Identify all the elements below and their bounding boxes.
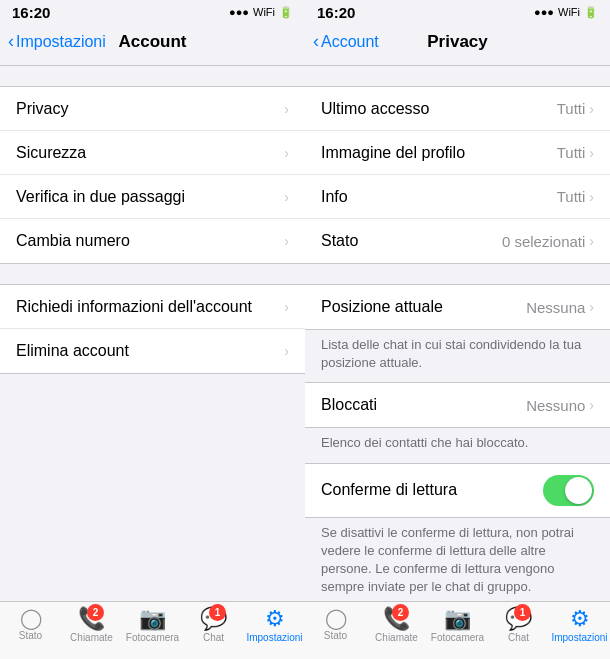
verifica-item[interactable]: Verifica in due passaggi › <box>0 175 305 219</box>
right-back-label: Account <box>321 33 379 51</box>
left-status-icons: ●●● WiFi 🔋 <box>229 6 293 19</box>
immagine-chevron-icon: › <box>589 145 594 161</box>
right-screen: 16:20 ●●● WiFi 🔋 ‹ Account Privacy Ultim… <box>305 0 610 601</box>
info-chevron-icon: › <box>589 189 594 205</box>
richiedi-chevron-icon: › <box>284 299 289 315</box>
posizione-value: Nessuna <box>526 299 585 316</box>
stato-right: 0 selezionati › <box>502 233 594 250</box>
left-back-button[interactable]: ‹ Impostazioni <box>8 33 106 51</box>
left-scroll-area: Privacy › Sicurezza › Verifica in due pa… <box>0 66 305 601</box>
stato-icon-left: ◯ <box>20 608 42 628</box>
left-section-2: Richiedi informazioni dell'account › Eli… <box>0 284 305 374</box>
tab-stato-label-right: Stato <box>324 630 347 641</box>
impostazioni-icon-left: ⚙ <box>265 608 285 630</box>
elimina-label: Elimina account <box>16 342 284 360</box>
tab-chat-label-left: Chat <box>203 632 224 643</box>
tab-chiamate-right[interactable]: 2 📞 Chiamate <box>366 608 427 643</box>
tab-chiamate-label-right: Chiamate <box>375 632 418 643</box>
stato-item[interactable]: Stato 0 selezionati › <box>305 219 610 263</box>
ultimo-accesso-value: Tutti <box>557 100 586 117</box>
posizione-description: Lista delle chat in cui stai condividend… <box>305 330 610 382</box>
left-back-chevron-icon: ‹ <box>8 32 14 50</box>
richiedi-right: › <box>284 299 289 315</box>
right-nav-title: Privacy <box>427 32 488 52</box>
tab-fotocamera-label-left: Fotocamera <box>126 632 179 643</box>
tab-chat-label-right: Chat <box>508 632 529 643</box>
cambia-chevron-icon: › <box>284 233 289 249</box>
stato-label: Stato <box>321 232 502 250</box>
privacy-item[interactable]: Privacy › <box>0 87 305 131</box>
elimina-item[interactable]: Elimina account › <box>0 329 305 373</box>
conferme-group: Conferme di lettura <box>305 463 610 518</box>
verifica-chevron-icon: › <box>284 189 289 205</box>
left-back-label: Impostazioni <box>16 33 106 51</box>
stato-value: 0 selezionati <box>502 233 585 250</box>
tab-chat-right[interactable]: 1 💬 Chat <box>488 608 549 643</box>
bloccati-label: Bloccati <box>321 396 526 414</box>
info-item[interactable]: Info Tutti › <box>305 175 610 219</box>
chiamate-badge-left: 2 <box>87 604 104 621</box>
verifica-right: › <box>284 189 289 205</box>
tab-chat-left[interactable]: 1 💬 Chat <box>183 608 244 643</box>
toggle-knob <box>565 477 592 504</box>
tab-chiamate-left[interactable]: 2 📞 Chiamate <box>61 608 122 643</box>
info-right: Tutti › <box>557 188 594 205</box>
left-time: 16:20 <box>12 4 50 21</box>
tab-fotocamera-right[interactable]: 📷 Fotocamera <box>427 608 488 643</box>
conferme-toggle[interactable] <box>543 475 594 506</box>
cambia-label: Cambia numero <box>16 232 284 250</box>
tab-impostazioni-label-left: Impostazioni <box>246 632 302 643</box>
tab-fotocamera-label-right: Fotocamera <box>431 632 484 643</box>
sicurezza-label: Sicurezza <box>16 144 284 162</box>
bloccati-value: Nessuno <box>526 397 585 414</box>
chiamate-badge-right: 2 <box>392 604 409 621</box>
stato-chevron-icon: › <box>589 233 594 249</box>
elimina-chevron-icon: › <box>284 343 289 359</box>
bloccati-description: Elenco dei contatti che hai bloccato. <box>305 428 610 462</box>
cambia-item[interactable]: Cambia numero › <box>0 219 305 263</box>
right-back-button[interactable]: ‹ Account <box>313 33 379 51</box>
impostazioni-icon-right: ⚙ <box>570 608 590 630</box>
tab-chiamate-label-left: Chiamate <box>70 632 113 643</box>
richiedi-label: Richiedi informazioni dell'account <box>16 298 284 316</box>
sicurezza-item[interactable]: Sicurezza › <box>0 131 305 175</box>
right-back-chevron-icon: ‹ <box>313 32 319 50</box>
fotocamera-icon-right: 📷 <box>444 608 471 630</box>
privacy-right: › <box>284 101 289 117</box>
immagine-item[interactable]: Immagine del profilo Tutti › <box>305 131 610 175</box>
right-nav-bar: ‹ Account Privacy <box>305 22 610 66</box>
left-tab-bar: ◯ Stato 2 📞 Chiamate 📷 Fotocamera 1 💬 Ch… <box>0 608 305 643</box>
posizione-item[interactable]: Posizione attuale Nessuna › <box>305 285 610 329</box>
fotocamera-icon-left: 📷 <box>139 608 166 630</box>
ultimo-accesso-label: Ultimo accesso <box>321 100 557 118</box>
wifi-icon: WiFi <box>253 6 275 18</box>
tab-impostazioni-right[interactable]: ⚙ Impostazioni <box>549 608 610 643</box>
right-status-bar: 16:20 ●●● WiFi 🔋 <box>305 0 610 22</box>
left-status-bar: 16:20 ●●● WiFi 🔋 <box>0 0 305 22</box>
tab-fotocamera-left[interactable]: 📷 Fotocamera <box>122 608 183 643</box>
conferme-label: Conferme di lettura <box>321 481 543 499</box>
immagine-label: Immagine del profilo <box>321 144 557 162</box>
verifica-label: Verifica in due passaggi <box>16 188 284 206</box>
right-time: 16:20 <box>317 4 355 21</box>
richiedi-item[interactable]: Richiedi informazioni dell'account › <box>0 285 305 329</box>
chat-badge-right: 1 <box>514 604 531 621</box>
right-battery-icon: 🔋 <box>584 6 598 19</box>
tab-impostazioni-left[interactable]: ⚙ Impostazioni <box>244 608 305 643</box>
left-screen: 16:20 ●●● WiFi 🔋 ‹ Impostazioni Account … <box>0 0 305 601</box>
bloccati-item[interactable]: Bloccati Nessuno › <box>305 383 610 427</box>
battery-icon: 🔋 <box>279 6 293 19</box>
bloccati-chevron-icon: › <box>589 397 594 413</box>
left-nav-title: Account <box>119 32 187 52</box>
ultimo-accesso-right: Tutti › <box>557 100 594 117</box>
bloccati-right: Nessuno › <box>526 397 594 414</box>
ultimo-accesso-item[interactable]: Ultimo accesso Tutti › <box>305 87 610 131</box>
ultimo-accesso-chevron-icon: › <box>589 101 594 117</box>
right-tab-bar: ◯ Stato 2 📞 Chiamate 📷 Fotocamera 1 💬 Ch… <box>305 608 610 643</box>
left-section-1: Privacy › Sicurezza › Verifica in due pa… <box>0 86 305 264</box>
sicurezza-right: › <box>284 145 289 161</box>
posizione-label: Posizione attuale <box>321 298 526 316</box>
info-value: Tutti <box>557 188 586 205</box>
tab-stato-left[interactable]: ◯ Stato <box>0 608 61 643</box>
tab-stato-right[interactable]: ◯ Stato <box>305 608 366 643</box>
